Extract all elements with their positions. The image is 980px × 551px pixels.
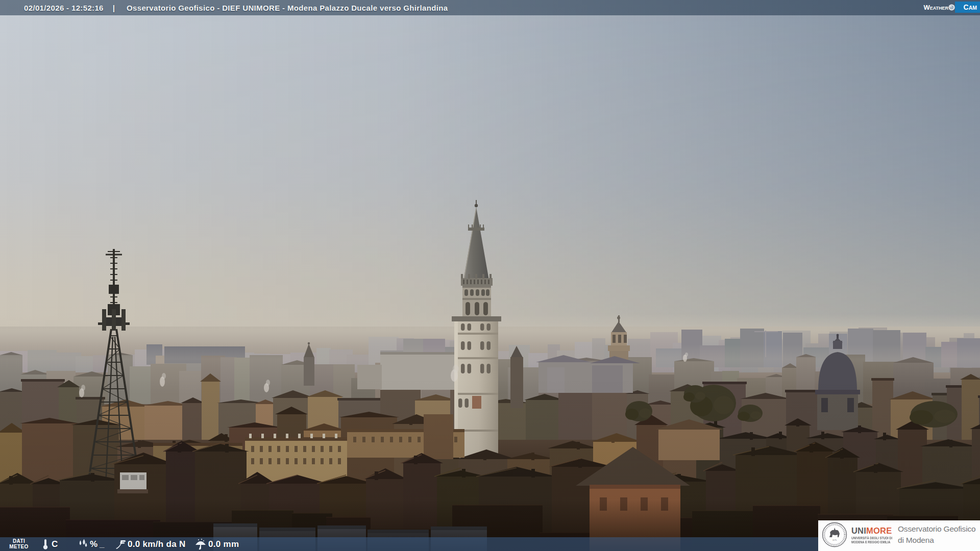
svg-text:1175: 1175: [832, 539, 837, 541]
